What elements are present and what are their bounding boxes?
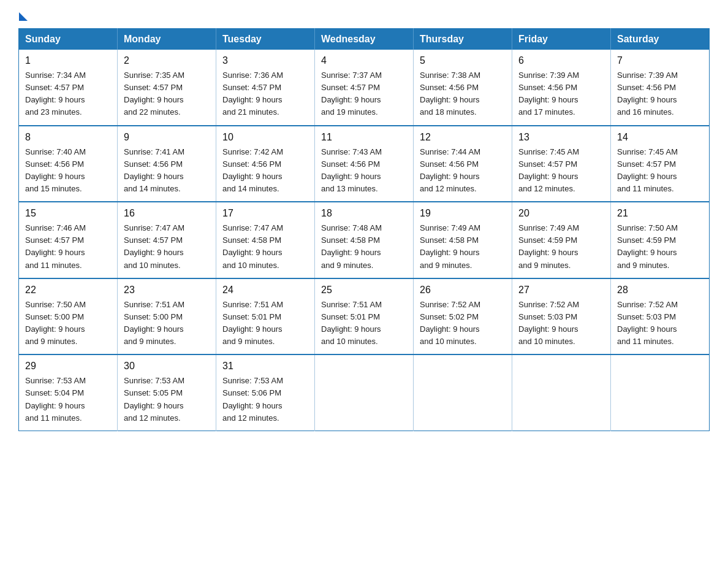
day-info: Sunrise: 7:35 AMSunset: 4:57 PMDaylight:…: [124, 71, 184, 117]
calendar-week-row: 8 Sunrise: 7:40 AMSunset: 4:56 PMDayligh…: [19, 126, 710, 202]
day-number: 15: [25, 206, 111, 221]
col-header-friday: Friday: [512, 29, 611, 50]
col-header-thursday: Thursday: [414, 29, 512, 50]
calendar-cell: 12 Sunrise: 7:44 AMSunset: 4:56 PMDaylig…: [414, 126, 512, 202]
day-info: Sunrise: 7:41 AMSunset: 4:56 PMDaylight:…: [124, 147, 184, 193]
day-info: Sunrise: 7:46 AMSunset: 4:57 PMDaylight:…: [25, 223, 86, 269]
day-info: Sunrise: 7:48 AMSunset: 4:58 PMDaylight:…: [321, 223, 382, 269]
calendar-week-row: 1 Sunrise: 7:34 AMSunset: 4:57 PMDayligh…: [19, 50, 710, 126]
calendar-cell: 7 Sunrise: 7:39 AMSunset: 4:56 PMDayligh…: [611, 50, 710, 126]
calendar-cell: [414, 354, 512, 431]
day-info: Sunrise: 7:34 AMSunset: 4:57 PMDaylight:…: [25, 71, 86, 117]
calendar-cell: 4 Sunrise: 7:37 AMSunset: 4:57 PMDayligh…: [315, 50, 414, 126]
calendar-cell: 31 Sunrise: 7:53 AMSunset: 5:06 PMDaylig…: [216, 354, 315, 431]
day-number: 19: [420, 206, 506, 221]
calendar-cell: [611, 354, 710, 431]
calendar-cell: 24 Sunrise: 7:51 AMSunset: 5:01 PMDaylig…: [216, 278, 315, 355]
day-number: 29: [25, 359, 111, 373]
calendar-table: SundayMondayTuesdayWednesdayThursdayFrid…: [18, 28, 710, 431]
day-number: 5: [420, 53, 506, 68]
day-number: 22: [25, 283, 111, 297]
day-number: 1: [25, 53, 111, 68]
day-info: Sunrise: 7:53 AMSunset: 5:04 PMDaylight:…: [25, 376, 86, 422]
day-info: Sunrise: 7:36 AMSunset: 4:57 PMDaylight:…: [222, 71, 283, 117]
day-number: 26: [420, 283, 506, 297]
day-info: Sunrise: 7:51 AMSunset: 5:01 PMDaylight:…: [321, 300, 382, 346]
day-info: Sunrise: 7:53 AMSunset: 5:06 PMDaylight:…: [222, 376, 283, 422]
day-number: 2: [124, 53, 210, 68]
day-number: 11: [321, 130, 407, 145]
calendar-cell: 14 Sunrise: 7:45 AMSunset: 4:57 PMDaylig…: [611, 126, 710, 202]
day-number: 31: [222, 359, 308, 373]
day-info: Sunrise: 7:38 AMSunset: 4:56 PMDaylight:…: [420, 71, 480, 117]
calendar-cell: 1 Sunrise: 7:34 AMSunset: 4:57 PMDayligh…: [19, 50, 118, 126]
day-number: 14: [617, 130, 703, 145]
calendar-cell: 20 Sunrise: 7:49 AMSunset: 4:59 PMDaylig…: [512, 202, 611, 278]
calendar-week-row: 22 Sunrise: 7:50 AMSunset: 5:00 PMDaylig…: [19, 278, 710, 355]
day-info: Sunrise: 7:45 AMSunset: 4:57 PMDaylight:…: [617, 147, 678, 193]
calendar-cell: 26 Sunrise: 7:52 AMSunset: 5:02 PMDaylig…: [414, 278, 512, 355]
day-info: Sunrise: 7:44 AMSunset: 4:56 PMDaylight:…: [420, 147, 480, 193]
day-info: Sunrise: 7:39 AMSunset: 4:56 PMDaylight:…: [518, 71, 579, 117]
day-number: 27: [518, 283, 604, 297]
day-number: 17: [222, 206, 308, 221]
day-info: Sunrise: 7:45 AMSunset: 4:57 PMDaylight:…: [518, 147, 579, 193]
day-number: 28: [617, 283, 703, 297]
day-info: Sunrise: 7:47 AMSunset: 4:57 PMDaylight:…: [124, 223, 184, 269]
calendar-cell: 21 Sunrise: 7:50 AMSunset: 4:59 PMDaylig…: [611, 202, 710, 278]
day-info: Sunrise: 7:49 AMSunset: 4:58 PMDaylight:…: [420, 223, 480, 269]
calendar-cell: 23 Sunrise: 7:51 AMSunset: 5:00 PMDaylig…: [118, 278, 216, 355]
calendar-cell: 9 Sunrise: 7:41 AMSunset: 4:56 PMDayligh…: [118, 126, 216, 202]
col-header-monday: Monday: [118, 29, 216, 50]
calendar-cell: 18 Sunrise: 7:48 AMSunset: 4:58 PMDaylig…: [315, 202, 414, 278]
calendar-cell: 15 Sunrise: 7:46 AMSunset: 4:57 PMDaylig…: [19, 202, 118, 278]
calendar-cell: 17 Sunrise: 7:47 AMSunset: 4:58 PMDaylig…: [216, 202, 315, 278]
day-info: Sunrise: 7:49 AMSunset: 4:59 PMDaylight:…: [518, 223, 579, 269]
calendar-week-row: 29 Sunrise: 7:53 AMSunset: 5:04 PMDaylig…: [19, 354, 710, 431]
page-header: [18, 12, 710, 17]
calendar-cell: 16 Sunrise: 7:47 AMSunset: 4:57 PMDaylig…: [118, 202, 216, 278]
day-number: 3: [222, 53, 308, 68]
calendar-cell: 8 Sunrise: 7:40 AMSunset: 4:56 PMDayligh…: [19, 126, 118, 202]
calendar-cell: 25 Sunrise: 7:51 AMSunset: 5:01 PMDaylig…: [315, 278, 414, 355]
day-number: 12: [420, 130, 506, 145]
calendar-cell: 10 Sunrise: 7:42 AMSunset: 4:56 PMDaylig…: [216, 126, 315, 202]
col-header-sunday: Sunday: [19, 29, 118, 50]
calendar-cell: 13 Sunrise: 7:45 AMSunset: 4:57 PMDaylig…: [512, 126, 611, 202]
logo: [18, 12, 28, 17]
day-number: 10: [222, 130, 308, 145]
calendar-cell: 2 Sunrise: 7:35 AMSunset: 4:57 PMDayligh…: [118, 50, 216, 126]
day-info: Sunrise: 7:51 AMSunset: 5:00 PMDaylight:…: [124, 300, 184, 346]
calendar-cell: 11 Sunrise: 7:43 AMSunset: 4:56 PMDaylig…: [315, 126, 414, 202]
day-number: 30: [124, 359, 210, 373]
calendar-cell: 30 Sunrise: 7:53 AMSunset: 5:05 PMDaylig…: [118, 354, 216, 431]
day-info: Sunrise: 7:50 AMSunset: 4:59 PMDaylight:…: [617, 223, 678, 269]
calendar-cell: 29 Sunrise: 7:53 AMSunset: 5:04 PMDaylig…: [19, 354, 118, 431]
day-number: 7: [617, 53, 703, 68]
day-number: 25: [321, 283, 407, 297]
calendar-cell: [512, 354, 611, 431]
day-number: 8: [25, 130, 111, 145]
day-number: 23: [124, 283, 210, 297]
day-info: Sunrise: 7:53 AMSunset: 5:05 PMDaylight:…: [124, 376, 184, 422]
day-info: Sunrise: 7:52 AMSunset: 5:03 PMDaylight:…: [617, 300, 678, 346]
col-header-wednesday: Wednesday: [315, 29, 414, 50]
day-number: 16: [124, 206, 210, 221]
calendar-cell: 22 Sunrise: 7:50 AMSunset: 5:00 PMDaylig…: [19, 278, 118, 355]
day-number: 13: [518, 130, 604, 145]
calendar-week-row: 15 Sunrise: 7:46 AMSunset: 4:57 PMDaylig…: [19, 202, 710, 278]
day-number: 24: [222, 283, 308, 297]
day-info: Sunrise: 7:42 AMSunset: 4:56 PMDaylight:…: [222, 147, 283, 193]
day-info: Sunrise: 7:37 AMSunset: 4:57 PMDaylight:…: [321, 71, 382, 117]
day-info: Sunrise: 7:50 AMSunset: 5:00 PMDaylight:…: [25, 300, 86, 346]
day-number: 4: [321, 53, 407, 68]
day-info: Sunrise: 7:52 AMSunset: 5:03 PMDaylight:…: [518, 300, 579, 346]
day-number: 20: [518, 206, 604, 221]
calendar-cell: 5 Sunrise: 7:38 AMSunset: 4:56 PMDayligh…: [414, 50, 512, 126]
day-number: 18: [321, 206, 407, 221]
day-info: Sunrise: 7:40 AMSunset: 4:56 PMDaylight:…: [25, 147, 86, 193]
day-number: 21: [617, 206, 703, 221]
day-info: Sunrise: 7:52 AMSunset: 5:02 PMDaylight:…: [420, 300, 480, 346]
calendar-cell: 27 Sunrise: 7:52 AMSunset: 5:03 PMDaylig…: [512, 278, 611, 355]
logo-triangle-icon: [19, 12, 28, 21]
